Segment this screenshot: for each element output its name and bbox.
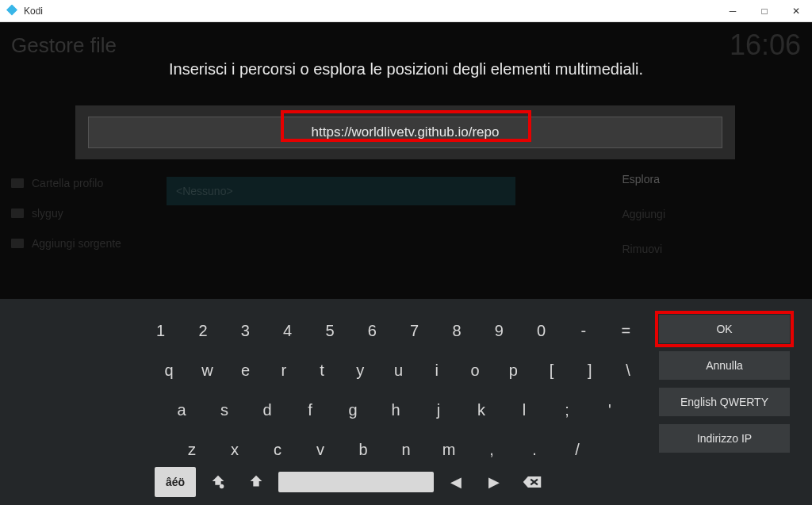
key-a[interactable]: a <box>163 394 200 426</box>
key-6[interactable]: 6 <box>354 315 390 346</box>
cursor-left-key[interactable]: ◀ <box>440 467 472 497</box>
key-g[interactable]: g <box>335 394 371 426</box>
key-5[interactable]: 5 <box>312 315 347 346</box>
key-d[interactable]: d <box>249 394 285 426</box>
key-m[interactable]: m <box>431 434 467 465</box>
key-row-3: asdfghjkl;' <box>163 394 650 426</box>
folder-icon <box>11 239 24 248</box>
layout-button[interactable]: English QWERTY <box>659 388 790 416</box>
key-b[interactable]: b <box>345 434 381 465</box>
key-w[interactable]: w <box>191 354 223 386</box>
key-7[interactable]: 7 <box>396 315 432 346</box>
key-i[interactable]: i <box>421 354 453 386</box>
key-l[interactable]: l <box>506 394 542 426</box>
window-titlebar: Kodi ─ □ ✕ <box>0 0 812 22</box>
key-][interactable]: ] <box>574 354 606 386</box>
ip-address-button[interactable]: Indirizzo IP <box>659 424 790 453</box>
key-2[interactable]: 2 <box>185 315 220 346</box>
folder-icon <box>11 178 24 188</box>
key-k[interactable]: k <box>463 394 500 426</box>
key-e[interactable]: e <box>229 354 261 386</box>
key-row-2: qwertyuiop[]\ <box>153 354 650 386</box>
bg-sidebar-item: Aggiungi sorgente <box>11 237 121 250</box>
key-y[interactable]: y <box>344 354 376 386</box>
shift-key[interactable] <box>240 467 272 497</box>
bg-sidebar-item: slyguy <box>11 207 121 220</box>
virtual-keyboard: 1234567890-= qwertyuiop[]\ asdfghjkl;' z… <box>0 299 812 505</box>
key-j[interactable]: j <box>420 394 457 426</box>
bg-esplora-button: Esplora <box>622 173 666 186</box>
key-\[interactable]: \ <box>612 354 644 386</box>
url-input[interactable]: https://worldlivetv.github.io/repo <box>88 117 722 148</box>
accent-key[interactable]: âéö <box>155 467 196 497</box>
keyboard-main: 1234567890-= qwertyuiop[]\ asdfghjkl;' z… <box>143 315 650 473</box>
keyboard-action-buttons: OK Annulla English QWERTY Indirizzo IP <box>659 315 790 461</box>
key-1[interactable]: 1 <box>143 315 178 346</box>
key-f[interactable]: f <box>292 394 328 426</box>
key-q[interactable]: q <box>153 354 185 386</box>
key-=[interactable]: = <box>608 315 644 346</box>
kodi-icon <box>6 5 19 17</box>
key-t[interactable]: t <box>306 354 338 386</box>
bg-rimuovi-button: Rimuovi <box>622 243 666 255</box>
key-h[interactable]: h <box>377 394 414 426</box>
maximize-button[interactable]: □ <box>749 0 780 22</box>
key-4[interactable]: 4 <box>270 315 305 346</box>
shift-lock-key[interactable] <box>202 467 234 497</box>
key-,[interactable]: , <box>473 434 510 465</box>
bg-sidebar: Cartella profilo slyguy Aggiungi sorgent… <box>11 177 121 267</box>
window-title: Kodi <box>24 6 43 17</box>
window-controls: ─ □ ✕ <box>717 0 812 22</box>
bg-path-placeholder: <Nessuno> <box>167 177 515 205</box>
key-u[interactable]: u <box>382 354 414 386</box>
bg-page-title: Gestore file <box>11 33 117 58</box>
key-9[interactable]: 9 <box>481 315 517 346</box>
bg-clock: 16:06 <box>730 29 801 62</box>
app-content: Gestore file 16:06 Cartella profilo slyg… <box>0 22 812 505</box>
key-s[interactable]: s <box>206 394 243 426</box>
minimize-button[interactable]: ─ <box>717 0 749 22</box>
keyboard-bottom-row: âéö ◀ ▶ <box>155 467 554 497</box>
bg-aggiungi-button: Aggiungi <box>622 208 666 220</box>
key-8[interactable]: 8 <box>439 315 474 346</box>
key--[interactable]: - <box>565 315 601 346</box>
svg-point-0 <box>220 484 224 489</box>
backspace-key[interactable] <box>516 467 548 497</box>
key-'[interactable]: ' <box>592 394 628 426</box>
key-[[interactable]: [ <box>535 354 567 386</box>
key-.[interactable]: . <box>516 434 553 465</box>
cancel-button[interactable]: Annulla <box>659 351 790 380</box>
ok-button[interactable]: OK <box>659 315 790 343</box>
close-button[interactable]: ✕ <box>780 0 812 22</box>
bg-buttons: Esplora Aggiungi Rimuovi <box>622 173 666 277</box>
key-0[interactable]: 0 <box>523 315 559 346</box>
key-/[interactable]: / <box>559 434 596 465</box>
url-input-container: https://worldlivetv.github.io/repo <box>75 105 735 159</box>
key-c[interactable]: c <box>259 434 296 465</box>
key-row-4: zxcvbnm,./ <box>174 434 650 465</box>
cursor-right-key[interactable]: ▶ <box>478 467 510 497</box>
dialog-instruction: Inserisci i percorsi o esplora le posizi… <box>0 60 812 78</box>
key-;[interactable]: ; <box>549 394 585 426</box>
key-3[interactable]: 3 <box>228 315 263 346</box>
bg-sidebar-item: Cartella profilo <box>11 177 121 189</box>
key-o[interactable]: o <box>459 354 491 386</box>
key-row-1: 1234567890-= <box>143 315 650 346</box>
key-z[interactable]: z <box>174 434 210 465</box>
key-r[interactable]: r <box>268 354 300 386</box>
key-x[interactable]: x <box>216 434 253 465</box>
key-v[interactable]: v <box>302 434 339 465</box>
key-n[interactable]: n <box>388 434 424 465</box>
spacebar-key[interactable] <box>278 472 434 492</box>
folder-icon <box>11 209 24 218</box>
key-p[interactable]: p <box>497 354 529 386</box>
